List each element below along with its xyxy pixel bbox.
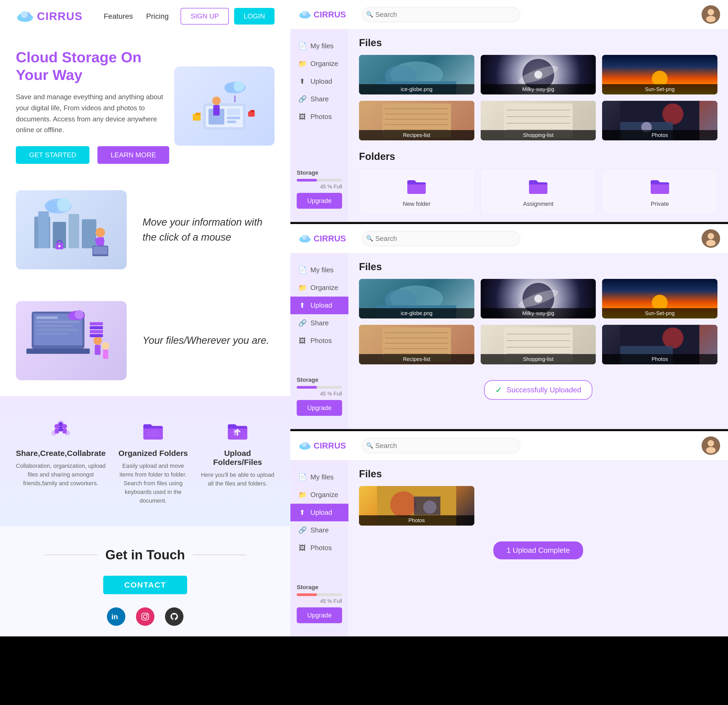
file-name-photos: Photos (602, 130, 718, 140)
svg-point-28 (95, 228, 105, 237)
files-wherever-text: Your files/Wherever you are. (127, 335, 274, 346)
sidebar-item-share-3[interactable]: 🔗 Share (290, 521, 348, 539)
file-card-sunset[interactable]: Sun-Set-png (602, 55, 718, 94)
app-logo-3[interactable]: CIRRUS (298, 441, 346, 451)
signup-button[interactable]: SIGN UP (181, 8, 229, 25)
sidebar-item-photos-1[interactable]: 🖼 Photos (290, 108, 348, 125)
app-logo-text-2: CIRRUS (313, 234, 346, 244)
svg-rect-39 (36, 321, 80, 323)
file-card-recipes-2[interactable]: Recipes-list (359, 325, 474, 364)
upgrade-button-3[interactable]: Upgrade (297, 607, 342, 623)
file-card-shopping-2[interactable]: Shopping-list (481, 325, 596, 364)
upgrade-button-1[interactable]: Upgrade (297, 193, 342, 209)
main-content-2: Files ice-globe.png Milky-way-jpg (348, 253, 728, 429)
sidebar-item-share-1[interactable]: 🔗 Share (290, 90, 348, 108)
file-card-shopping[interactable]: Shopping-list (481, 101, 596, 140)
sidebar-item-organize-1[interactable]: 📁 Organize (290, 55, 348, 72)
svg-point-12 (234, 81, 244, 92)
folder-card-private[interactable]: Private (602, 169, 718, 214)
app-body-3: 📄 My files 📁 Organize ⬆ Upload 🔗 Share 🖼 (290, 460, 728, 636)
sidebar-item-photos-3[interactable]: 🖼 Photos (290, 539, 348, 557)
svg-point-11 (225, 84, 234, 93)
svg-rect-42 (36, 333, 68, 335)
svg-rect-38 (36, 316, 58, 319)
login-button[interactable]: LOGIN (234, 8, 274, 25)
folder-card-newfolder[interactable]: New folder (359, 169, 474, 214)
nav-pricing-link[interactable]: Pricing (146, 12, 169, 20)
sidebar-share-icon-1: 🔗 (298, 95, 306, 103)
app-body-2: 📄 My files 📁 Organize ⬆ Upload 🔗 Share 🖼 (290, 253, 728, 429)
search-wrap-1: 🔍 (362, 7, 520, 22)
file-card-milky-2[interactable]: Milky-way-jpg (481, 279, 596, 319)
github-icon[interactable] (165, 607, 183, 626)
file-card-ice[interactable]: ice-globe.png (359, 55, 474, 94)
sidebar-item-photos-2[interactable]: 🖼 Photos (290, 332, 348, 350)
folder-icon (140, 417, 166, 444)
sidebar-organize-icon-3: 📁 (298, 491, 306, 499)
file-card-recipes[interactable]: Recipes-list (359, 101, 474, 140)
file-card-photos-3[interactable]: Photos (359, 486, 474, 526)
sidebar-item-myfiles-3[interactable]: 📄 My files (290, 468, 348, 486)
file-card-photos-2[interactable]: Photos (602, 325, 718, 364)
svg-rect-52 (90, 326, 103, 329)
svg-rect-14 (213, 105, 220, 115)
search-input-1[interactable] (362, 7, 520, 22)
sidebar-share-label-2: Share (311, 319, 329, 327)
sidebar-upload-label-1: Upload (311, 77, 332, 85)
file-name-photos-2: Photos (602, 354, 718, 364)
svg-point-92 (534, 71, 542, 79)
search-input-3[interactable] (362, 438, 520, 453)
folder-card-assignment[interactable]: Assignment (481, 169, 596, 214)
app-panels: CIRRUS 🔍 📄 My files (290, 0, 728, 636)
storage-bar-bg-3 (297, 593, 342, 596)
instagram-icon[interactable] (136, 607, 155, 626)
sidebar-myfiles-label-2: My files (311, 266, 334, 274)
learn-more-button[interactable]: LEARN MORE (97, 146, 169, 164)
files-title-3: Files (359, 468, 718, 480)
app-logo-1[interactable]: CIRRUS (298, 10, 346, 20)
feature-share-desc: Collaboration, organization, upload file… (16, 461, 105, 487)
sidebar-item-upload-3[interactable]: ⬆ Upload (290, 504, 348, 521)
svg-point-147 (423, 500, 436, 514)
share-icon (48, 417, 74, 444)
section-move: Move your information with the click of … (0, 174, 290, 285)
app-screen-1: CIRRUS 🔍 📄 My files (290, 0, 728, 222)
sidebar-myfiles-label-1: My files (311, 42, 334, 50)
file-name-photos-3: Photos (359, 515, 474, 526)
file-card-ice-2[interactable]: ice-globe.png (359, 279, 474, 319)
avatar-2[interactable] (702, 229, 720, 248)
sidebar-item-myfiles-2[interactable]: 📄 My files (290, 261, 348, 279)
nav-logo[interactable]: CIRRUS (16, 10, 82, 23)
svg-rect-17 (195, 112, 201, 115)
svg-point-86 (706, 16, 716, 22)
search-input-2[interactable] (362, 231, 520, 246)
storage-pct-1: 45 % Full (297, 184, 342, 190)
file-card-photos[interactable]: Photos (602, 101, 718, 140)
nav-features-link[interactable]: Features (104, 12, 133, 20)
sidebar-upload-label-2: Upload (311, 301, 332, 310)
avatar-1[interactable] (702, 5, 720, 24)
app-header-1: CIRRUS 🔍 (290, 0, 728, 29)
file-card-milky[interactable]: Milky-way-jpg (481, 55, 596, 94)
feature-share: Share,Create,Collabrate Collaboration, o… (16, 417, 105, 505)
sidebar-item-share-2[interactable]: 🔗 Share (290, 314, 348, 332)
upgrade-button-2[interactable]: Upgrade (297, 400, 342, 416)
contact-button[interactable]: CONTACT (103, 576, 187, 594)
svg-point-62 (58, 422, 63, 427)
app-logo-2[interactable]: CIRRUS (298, 234, 346, 244)
get-started-button[interactable]: GET STARTED (16, 146, 90, 164)
sidebar-item-upload-2[interactable]: ⬆ Upload (290, 297, 348, 314)
sidebar-item-myfiles-1[interactable]: 📄 My files (290, 37, 348, 55)
svg-point-26 (46, 201, 58, 213)
sidebar-item-organize-2[interactable]: 📁 Organize (290, 279, 348, 297)
get-in-touch-title: Get in Touch (16, 547, 274, 562)
svg-rect-48 (95, 345, 101, 355)
sidebar-share-label-1: Share (311, 95, 329, 103)
divider-left (45, 555, 97, 555)
sidebar-item-upload-1[interactable]: ⬆ Upload (290, 72, 348, 90)
sidebar-item-organize-3[interactable]: 📁 Organize (290, 486, 348, 504)
avatar-3[interactable] (702, 437, 720, 455)
linkedin-icon[interactable]: in (107, 607, 126, 626)
file-card-sunset-2[interactable]: Sun-Set-png (602, 279, 718, 319)
sidebar-upload-icon-3: ⬆ (298, 509, 306, 517)
